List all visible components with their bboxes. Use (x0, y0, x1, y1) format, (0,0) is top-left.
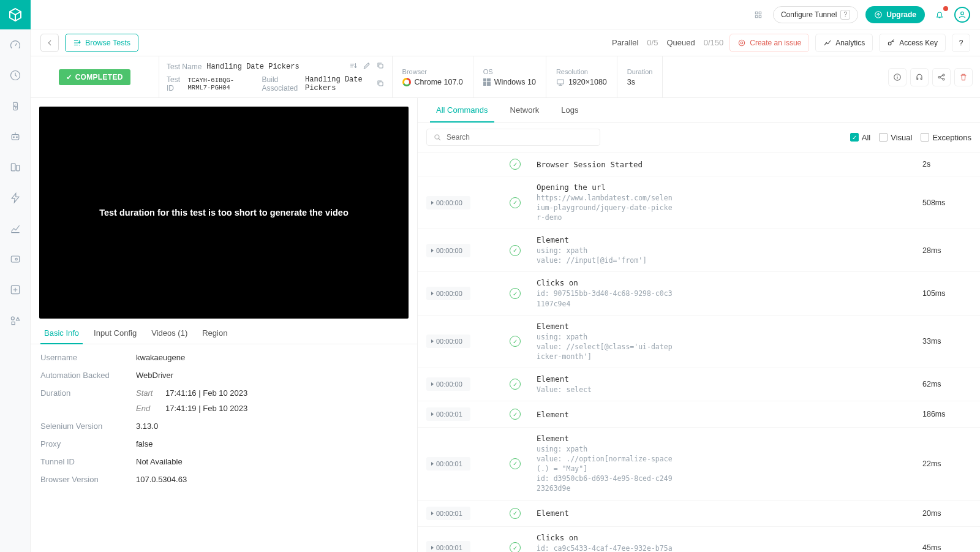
command-duration: 22ms (922, 459, 971, 468)
headset-icon-button[interactable] (910, 68, 929, 86)
command-duration: 28ms (922, 246, 971, 255)
nav-history[interactable] (0, 60, 31, 91)
back-button[interactable] (40, 34, 59, 52)
command-row[interactable]: 00:00:00✓ElementValue: select62ms (418, 368, 980, 401)
test-meta-bar: ✓ COMPLETED Test Name Handling Date Pick… (31, 56, 980, 98)
command-title: Element (537, 322, 918, 331)
svg-point-17 (961, 12, 964, 15)
create-issue-button[interactable]: Create an issue (729, 34, 809, 52)
search-input[interactable] (426, 129, 600, 146)
browse-tests-button[interactable]: Browse Tests (65, 34, 138, 52)
avatar[interactable] (954, 7, 970, 23)
command-row[interactable]: 00:00:01✓Element20ms (418, 501, 980, 527)
help-icon: ? (840, 10, 850, 20)
command-title: Element (537, 235, 918, 244)
timestamp-chip[interactable]: 00:00:00 (426, 377, 470, 391)
test-id: TCAYH-6IBQG-MRML7-PGH04 (188, 77, 251, 91)
action-bar: Browse Tests Parallel0/5 Queued0/150 Cre… (31, 29, 980, 56)
nav-devices[interactable] (0, 152, 31, 183)
timestamp-chip[interactable]: 00:00:01 (426, 457, 470, 471)
parallel-info: Parallel0/5 Queued0/150 (612, 38, 723, 47)
filter-exceptions[interactable]: Exceptions (921, 133, 971, 142)
command-row[interactable]: 00:00:00✓Opening the urlhttps://www.lamb… (418, 176, 980, 229)
status-success-icon: ✓ (510, 245, 521, 256)
access-key-button[interactable]: Access Key (879, 34, 946, 52)
help-button[interactable]: ? (952, 34, 970, 52)
test-name: Handling Date Pickers (206, 62, 299, 71)
timestamp-chip[interactable]: 00:00:00 (426, 287, 470, 300)
chrome-icon (402, 78, 411, 86)
tab-basic-info[interactable]: Basic Info (37, 322, 86, 344)
filter-visual[interactable]: Visual (879, 133, 912, 142)
nav-screen[interactable] (0, 244, 31, 274)
svg-rect-2 (12, 135, 19, 140)
delete-icon-button[interactable] (954, 68, 973, 86)
timestamp-chip[interactable]: 00:00:01 (426, 407, 470, 421)
notifications-icon[interactable] (932, 7, 947, 22)
edit-icon[interactable] (363, 61, 371, 72)
copy-icon[interactable] (376, 61, 385, 72)
sort-icon[interactable] (349, 61, 358, 72)
env-browser: BrowserChrome 107.0 (393, 56, 473, 97)
info-icon-button[interactable] (888, 68, 907, 86)
command-duration: 186ms (922, 410, 971, 418)
tab-input-config[interactable]: Input Config (86, 322, 144, 344)
status-success-icon: ✓ (510, 379, 521, 390)
command-row[interactable]: 00:00:01✓Element186ms (418, 401, 980, 428)
command-title: Element (537, 434, 918, 443)
tab-region[interactable]: Region (195, 322, 235, 344)
status-badge: ✓ COMPLETED (59, 69, 130, 85)
svg-rect-12 (755, 12, 758, 14)
nav-dashboard[interactable] (0, 29, 31, 60)
command-duration: 33ms (922, 337, 971, 346)
configure-tunnel-button[interactable]: Configure Tunnel? (773, 6, 858, 23)
command-duration: 20ms (922, 509, 971, 518)
topbar: Configure Tunnel? Upgrade (31, 0, 980, 29)
status-success-icon: ✓ (510, 197, 521, 208)
rtab-logs[interactable]: Logs (550, 98, 589, 122)
logo[interactable] (0, 0, 31, 29)
command-row[interactable]: 00:00:01✓Clicks onid: ca9c5433-4caf-47ee… (418, 527, 980, 553)
status-success-icon: ✓ (510, 508, 521, 519)
status-success-icon: ✓ (510, 458, 521, 469)
nav-shapes[interactable] (0, 305, 31, 336)
share-icon-button[interactable] (932, 68, 951, 86)
nav-bot[interactable] (0, 121, 31, 152)
search-icon (433, 133, 442, 142)
svg-point-18 (739, 40, 745, 45)
nav-add[interactable] (0, 274, 31, 305)
command-title: Browser Session Started (537, 160, 918, 169)
command-row[interactable]: 00:00:00✓Elementusing: xpath value: //se… (418, 316, 980, 368)
command-row[interactable]: 00:00:00✓Clicks onid: 907515bb-3d40-4c68… (418, 272, 980, 315)
command-title: Element (537, 374, 918, 384)
command-title: Clicks on (537, 533, 918, 542)
timestamp-chip[interactable]: 00:00:00 (426, 244, 470, 257)
analytics-button[interactable]: Analytics (815, 34, 873, 52)
timestamp-chip[interactable]: 00:00:00 (426, 196, 470, 210)
nav-bolt[interactable] (0, 183, 31, 213)
svg-rect-15 (759, 15, 761, 18)
command-list: ✓Browser Session Started2s00:00:00✓Openi… (418, 152, 980, 552)
rtab-commands[interactable]: All Commands (425, 98, 499, 122)
video-placeholder: Test duration for this test is too short… (39, 107, 409, 319)
timestamp-chip[interactable]: 00:00:00 (426, 335, 470, 348)
nav-analytics[interactable] (0, 213, 31, 244)
command-duration: 2s (922, 160, 971, 168)
command-row[interactable]: 00:00:00✓Elementusing: xpath value: //in… (418, 229, 980, 272)
nav-battery[interactable] (0, 91, 31, 121)
svg-point-3 (13, 137, 15, 138)
basic-info: Usernamekwakaeugene Automation BackedWeb… (31, 344, 417, 493)
tab-videos[interactable]: Videos (1) (144, 322, 195, 344)
command-duration: 508ms (922, 198, 971, 207)
command-row[interactable]: 00:00:01✓Elementusing: xpath value: .//o… (418, 428, 980, 500)
timestamp-chip[interactable]: 00:00:01 (426, 507, 470, 520)
command-row[interactable]: ✓Browser Session Started2s (418, 153, 980, 176)
copy-build-icon[interactable] (376, 79, 385, 89)
svg-rect-11 (12, 322, 15, 325)
status-success-icon: ✓ (510, 288, 521, 299)
grid-icon[interactable] (751, 7, 766, 22)
timestamp-chip[interactable]: 00:00:01 (426, 541, 470, 552)
rtab-network[interactable]: Network (499, 98, 551, 122)
filter-all[interactable]: ✓All (850, 133, 870, 142)
upgrade-button[interactable]: Upgrade (865, 6, 925, 23)
